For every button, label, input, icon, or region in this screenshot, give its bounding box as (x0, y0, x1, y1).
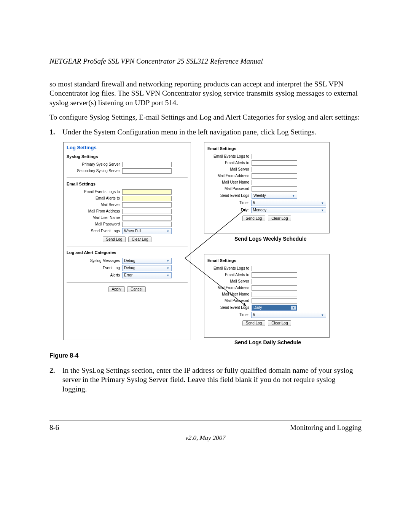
weekly-mail-from-input[interactable] (252, 173, 297, 179)
daily-mail-pass-input[interactable] (252, 298, 297, 304)
primary-syslog-label: Primary Syslog Server (67, 162, 122, 166)
step-2-text: In the SysLog Settings section, enter th… (62, 366, 362, 394)
daily-mail-user-input[interactable] (252, 292, 297, 297)
weekly-email-settings-heading: Email Settings (207, 146, 326, 151)
alerts-label: Alerts (67, 273, 122, 277)
weekly-email-events-input[interactable] (252, 154, 297, 159)
page-number: 8-6 (49, 423, 59, 432)
para-1: so most standard firewall and networking… (49, 80, 362, 107)
step-2-num: 2. (49, 366, 62, 394)
log-alert-categories-heading: Log and Alert Categories (67, 250, 188, 255)
daily-email-events-input[interactable] (252, 266, 297, 271)
daily-time-value: 5 (253, 313, 255, 317)
section-name: Monitoring and Logging (290, 423, 362, 432)
weekly-send-log-button[interactable]: Send Log (242, 216, 266, 221)
weekly-time-label: Time: (207, 201, 251, 205)
daily-mail-from-input[interactable] (252, 285, 297, 291)
weekly-mail-user-input[interactable] (252, 180, 297, 185)
daily-email-settings-heading: Email Settings (207, 258, 326, 263)
syslog-messages-label: Syslog Messages (67, 259, 122, 263)
chevron-down-icon: ▾ (291, 306, 296, 310)
daily-clear-log-button[interactable]: Clear Log (268, 320, 291, 326)
alerts-select[interactable]: Error ▾ (122, 272, 172, 278)
weekly-send-event-label: Send Event Logs (207, 193, 252, 198)
step-1: 1. Under the System Configuration menu i… (49, 128, 362, 137)
clear-log-button[interactable]: Clear Log (128, 236, 151, 242)
mail-server-label: Mail Server (67, 203, 122, 207)
email-settings-heading: Email Settings (67, 182, 188, 186)
send-event-logs-value: When Full (124, 229, 141, 233)
email-alerts-input[interactable] (122, 196, 172, 201)
mail-user-label: Mail User Name (67, 216, 122, 220)
secondary-syslog-input[interactable] (122, 168, 172, 174)
divider (67, 282, 188, 283)
daily-mail-pass-label: Mail Password (207, 299, 252, 303)
figure-8-4: Log Settings Syslog Settings Primary Sys… (63, 142, 330, 348)
figure-caption: Figure 8-4 (49, 352, 362, 359)
weekly-panel: Email Settings Email Events Logs to Emai… (204, 142, 330, 233)
daily-send-log-button[interactable]: Send Log (242, 320, 266, 326)
chevron-down-icon: ▾ (165, 273, 170, 277)
daily-mail-server-input[interactable] (252, 279, 297, 284)
primary-syslog-input[interactable] (122, 162, 172, 167)
chevron-down-icon: ▾ (320, 313, 325, 317)
apply-button[interactable]: Apply (108, 286, 125, 292)
cancel-button[interactable]: Cancel (127, 286, 146, 292)
page: NETGEAR ProSafe SSL VPN Concentrator 25 … (0, 0, 411, 532)
weekly-email-alerts-label: Email Alerts to (207, 161, 252, 165)
para-2: To configure Syslog Settings, E-mail Set… (49, 113, 362, 122)
weekly-caption: Send Logs Weekly Schedule (234, 236, 307, 242)
weekly-mail-pass-label: Mail Password (207, 187, 252, 191)
send-event-logs-label: Send Event Logs (67, 229, 122, 233)
syslog-settings-heading: Syslog Settings (67, 154, 188, 159)
step-1-text: Under the System Configuration menu in t… (62, 128, 362, 137)
mail-pass-label: Mail Password (67, 222, 122, 226)
step-2: 2. In the SysLog Settings section, enter… (49, 366, 362, 394)
email-events-input[interactable] (122, 189, 172, 195)
send-event-logs-select[interactable]: When Full ▾ (122, 228, 172, 234)
mail-server-input[interactable] (122, 202, 172, 208)
chevron-down-icon: ▾ (291, 194, 296, 198)
weekly-clear-log-button[interactable]: Clear Log (268, 216, 291, 221)
email-events-label: Email Events Logs to (67, 190, 122, 194)
weekly-send-event-select[interactable]: Weekly ▾ (252, 193, 297, 199)
weekly-mail-user-label: Mail User Name (207, 180, 252, 184)
header-rule (49, 68, 362, 68)
email-alerts-label: Email Alerts to (67, 196, 122, 200)
weekly-day-value: Monday (253, 208, 267, 212)
secondary-syslog-label: Secondary Syslog Server (67, 169, 122, 173)
syslog-messages-select[interactable]: Debug ▾ (122, 258, 172, 264)
step-1-num: 1. (49, 128, 62, 137)
version-line: v2.0, May 2007 (49, 434, 362, 442)
weekly-mail-server-input[interactable] (252, 167, 297, 172)
weekly-email-alerts-input[interactable] (252, 160, 297, 166)
event-log-value: Debug (124, 266, 135, 270)
chevron-down-icon: ▾ (320, 208, 325, 212)
weekly-day-select[interactable]: Monday ▾ (251, 207, 326, 213)
alerts-value: Error (124, 273, 132, 277)
daily-time-label: Time: (207, 313, 251, 317)
divider (67, 246, 188, 246)
mail-from-input[interactable] (122, 209, 172, 214)
event-log-select[interactable]: Debug ▾ (122, 265, 172, 271)
chevron-down-icon: ▾ (165, 229, 170, 233)
send-log-button[interactable]: Send Log (103, 236, 126, 242)
daily-email-events-label: Email Events Logs to (207, 266, 252, 270)
daily-mail-server-label: Mail Server (207, 279, 252, 283)
footer-rule (49, 420, 362, 420)
daily-mail-from-label: Mail From Address (207, 286, 252, 290)
chevron-down-icon: ▾ (320, 201, 325, 205)
daily-send-event-select[interactable]: Daily ▾ (252, 305, 297, 311)
mail-user-input[interactable] (122, 215, 172, 220)
mail-pass-input[interactable] (122, 222, 172, 227)
chevron-down-icon: ▾ (165, 259, 170, 263)
manual-title: NETGEAR ProSafe SSL VPN Concentrator 25 … (49, 57, 362, 66)
weekly-time-select[interactable]: 5 ▾ (251, 200, 326, 206)
syslog-messages-value: Debug (124, 259, 135, 263)
daily-time-select[interactable]: 5 ▾ (251, 312, 326, 318)
daily-email-alerts-input[interactable] (252, 272, 297, 278)
daily-caption: Send Logs Daily Schedule (234, 339, 301, 345)
weekly-email-events-label: Email Events Logs to (207, 154, 252, 158)
log-settings-panel: Log Settings Syslog Settings Primary Sys… (63, 142, 191, 340)
weekly-mail-pass-input[interactable] (252, 186, 297, 192)
